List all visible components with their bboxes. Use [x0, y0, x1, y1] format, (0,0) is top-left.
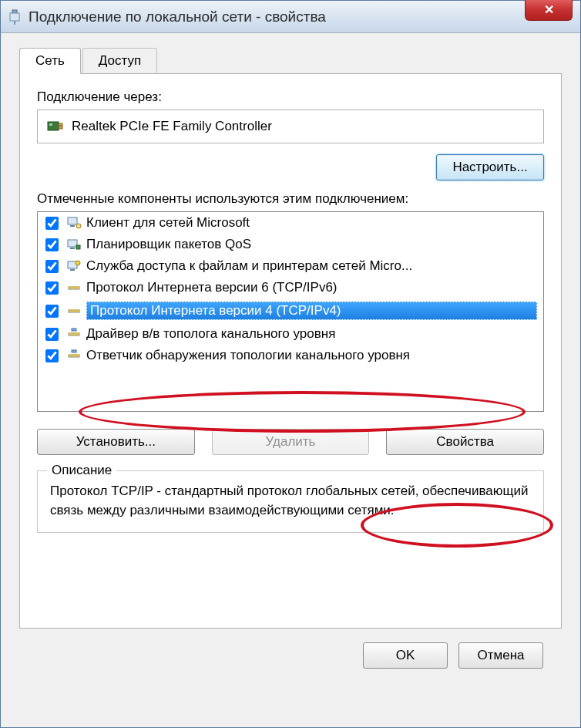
svg-point-19 [76, 286, 79, 289]
svg-rect-3 [48, 122, 59, 130]
svg-rect-1 [10, 13, 19, 21]
component-checkbox[interactable] [45, 328, 59, 341]
ok-button[interactable]: OK [363, 642, 448, 669]
svg-rect-14 [70, 269, 75, 271]
dialog-body: Сеть Доступ Подключение через: Realtek P… [1, 33, 580, 682]
topology-icon [66, 348, 82, 363]
component-checkbox[interactable] [45, 349, 59, 362]
list-item[interactable]: Протокол Интернета версии 4 (TCP/IPv4) [38, 298, 543, 323]
remove-button[interactable]: Удалить [212, 429, 370, 455]
component-checkbox[interactable] [45, 281, 59, 295]
component-label: Планировщик пакетов QoS [86, 237, 537, 252]
dialog-footer: OK Отмена [19, 629, 562, 669]
component-label: Клиент для сетей Microsoft [86, 215, 537, 231]
tab-panel-network: Подключение через: Realtek PCIe FE Famil… [19, 73, 562, 629]
component-checkbox[interactable] [45, 260, 59, 273]
properties-window: Подключение по локальной сети - свойства… [0, 0, 581, 728]
list-item[interactable]: Служба доступа к файлам и принтерам сете… [38, 255, 543, 277]
svg-point-22 [72, 309, 76, 312]
svg-rect-11 [70, 248, 75, 249]
component-label: Драйвер в/в тополога канального уровня [86, 326, 537, 342]
adapter-name: Realtek PCIe FE Family Controller [72, 119, 272, 134]
list-item[interactable]: Ответчик обнаружения топологии канальног… [38, 345, 543, 366]
component-label: Протокол Интернета версии 4 (TCP/IPv4) [86, 302, 537, 320]
window-title: Подключение по локальной сети - свойства [29, 8, 574, 25]
topology-icon [66, 326, 82, 342]
component-checkbox[interactable] [45, 305, 59, 318]
scheduler-icon [66, 237, 82, 252]
svg-point-25 [69, 332, 72, 335]
svg-point-23 [76, 309, 79, 312]
tab-network[interactable]: Сеть [19, 48, 81, 74]
component-label: Ответчик обнаружения топологии канальног… [86, 348, 537, 363]
svg-rect-28 [72, 329, 76, 331]
list-item[interactable]: Планировщик пакетов QoS [38, 234, 543, 255]
svg-point-31 [72, 354, 76, 357]
component-checkbox[interactable] [45, 238, 59, 251]
components-list[interactable]: Клиент для сетей MicrosoftПланировщик па… [37, 211, 544, 412]
description-text: Протокол TCP/IP - стандартный протокол г… [50, 482, 531, 520]
network-adapter-icon [7, 8, 22, 26]
svg-point-17 [69, 286, 72, 289]
svg-point-32 [76, 354, 79, 357]
configure-button[interactable]: Настроить... [436, 154, 544, 180]
list-item[interactable]: Клиент для сетей Microsoft [38, 212, 543, 234]
component-label: Служба доступа к файлам и принтерам сете… [86, 258, 537, 274]
protocol-icon [66, 280, 82, 295]
tabs: Сеть Доступ [19, 47, 562, 73]
svg-rect-5 [59, 123, 62, 126]
list-item[interactable]: Протокол Интернета версии 6 (TCP/IPv6) [38, 277, 543, 298]
component-checkbox[interactable] [45, 217, 59, 230]
close-icon: ✕ [544, 2, 554, 17]
cancel-button[interactable]: Отмена [458, 642, 543, 669]
svg-point-18 [72, 286, 76, 289]
svg-rect-6 [59, 126, 62, 129]
adapter-box[interactable]: Realtek PCIe FE Family Controller [37, 110, 544, 143]
adapter-icon [47, 118, 64, 135]
svg-point-21 [69, 309, 72, 312]
client-icon [66, 215, 82, 231]
svg-rect-0 [12, 10, 17, 13]
description-group: Описание Протокол TCP/IP - стандартный п… [37, 470, 544, 533]
component-buttons: Установить... Удалить Свойства [37, 429, 544, 455]
svg-rect-33 [72, 350, 76, 352]
properties-button[interactable]: Свойства [386, 429, 544, 455]
svg-point-27 [76, 332, 79, 335]
list-item[interactable]: Драйвер в/в тополога канального уровня [38, 323, 543, 345]
svg-rect-12 [76, 245, 80, 249]
svg-point-15 [76, 261, 80, 265]
svg-point-30 [69, 354, 72, 357]
protocol-icon [66, 303, 82, 318]
svg-rect-10 [68, 240, 77, 247]
install-button[interactable]: Установить... [37, 429, 195, 455]
svg-rect-4 [49, 123, 52, 126]
close-button[interactable]: ✕ [525, 0, 573, 21]
component-label: Протокол Интернета версии 6 (TCP/IPv6) [86, 280, 537, 295]
fileshare-icon [66, 258, 82, 274]
svg-rect-8 [70, 225, 75, 227]
svg-rect-7 [68, 217, 77, 224]
titlebar: Подключение по локальной сети - свойства… [1, 1, 580, 33]
tab-access[interactable]: Доступ [82, 48, 157, 73]
svg-point-9 [76, 224, 81, 228]
svg-point-26 [72, 332, 76, 335]
connect-via-label: Подключение через: [37, 89, 544, 105]
components-label: Отмеченные компоненты используются этим … [37, 191, 544, 207]
description-legend: Описание [47, 463, 116, 478]
